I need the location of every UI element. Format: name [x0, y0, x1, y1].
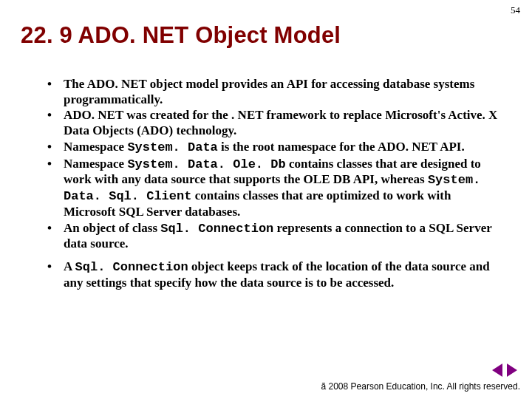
code-text: System. Data. Ole. Db: [127, 157, 285, 171]
body-text: ADO. NET was created for the . NET frame…: [64, 108, 497, 137]
slide-content: The ADO. NET object model provides an AP…: [41, 77, 504, 291]
body-text: An object of class: [64, 221, 160, 235]
body-text: Namespace: [64, 140, 127, 154]
code-text: Sql. Connection: [75, 260, 188, 274]
body-text: Namespace: [64, 157, 127, 171]
list-item: ADO. NET was created for the . NET frame…: [41, 108, 504, 138]
page-number: 54: [511, 4, 520, 16]
footer-copyright: ã 2008 Pearson Education, Inc. All right…: [321, 381, 520, 392]
code-text: System. Data: [127, 140, 217, 154]
slide-heading: 22. 9 ADO. NET Object Model: [21, 22, 532, 49]
next-slide-icon[interactable]: [507, 364, 517, 377]
body-text: A: [64, 259, 75, 273]
copyright-text: 2008 Pearson Education, Inc. All rights …: [326, 381, 520, 392]
prev-slide-icon[interactable]: [492, 364, 502, 377]
list-item: An object of class Sql. Connection repre…: [41, 221, 504, 252]
list-item: A Sql. Connection object keeps track of …: [41, 259, 504, 290]
body-text: is the root namespace for the ADO. NET A…: [218, 140, 465, 154]
list-item: Namespace System. Data is the root names…: [41, 140, 504, 156]
slide-nav: [492, 364, 517, 377]
body-text: The ADO. NET object model provides an AP…: [64, 77, 474, 106]
code-text: Sql. Connection: [160, 222, 273, 236]
bullet-list: The ADO. NET object model provides an AP…: [41, 77, 504, 291]
list-item: The ADO. NET object model provides an AP…: [41, 77, 504, 107]
list-item: Namespace System. Data. Ole. Db contains…: [41, 157, 504, 220]
